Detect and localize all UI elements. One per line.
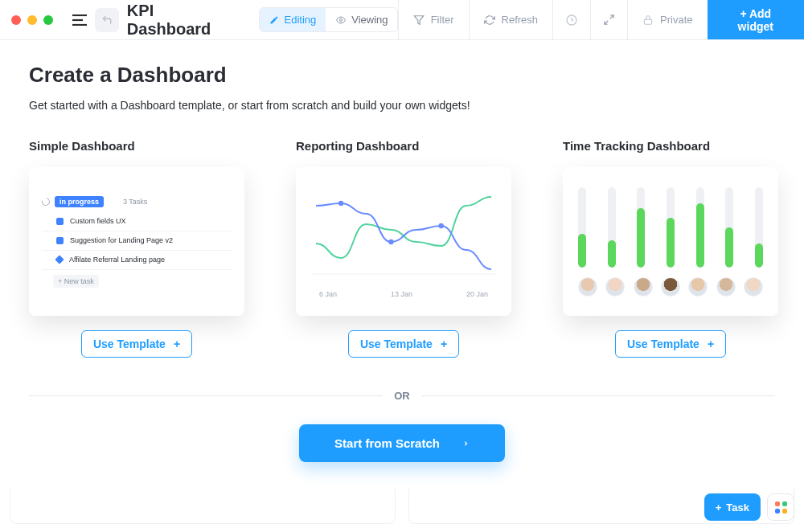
x-tick: 20 Jan bbox=[466, 290, 488, 298]
svg-point-3 bbox=[340, 18, 343, 21]
svg-point-11 bbox=[388, 239, 393, 243]
avatar bbox=[634, 277, 653, 297]
x-tick: 13 Jan bbox=[391, 290, 412, 298]
private-button[interactable]: Private bbox=[627, 0, 707, 39]
time-bar bbox=[667, 187, 675, 268]
editing-mode-button[interactable]: Editing bbox=[260, 8, 326, 31]
template-reporting-title: Reporting Dashboard bbox=[296, 139, 511, 153]
time-bar bbox=[608, 187, 616, 268]
task-label: Suggestion for Landing Page v2 bbox=[70, 236, 173, 244]
time-bar bbox=[637, 187, 645, 268]
refresh-label: Refresh bbox=[502, 14, 539, 26]
template-timetracking-title: Time Tracking Dashboard bbox=[563, 139, 778, 153]
use-template-reporting-button[interactable]: Use Template+ bbox=[348, 330, 459, 358]
task-row: Custom fields UX bbox=[42, 212, 232, 231]
back-button[interactable] bbox=[95, 8, 119, 32]
apps-grid-button[interactable] bbox=[767, 493, 794, 521]
maximize-window-icon[interactable] bbox=[43, 15, 53, 25]
simple-preview: in progress 3 Tasks Custom fields UXSugg… bbox=[42, 196, 232, 288]
task-status-icon bbox=[55, 255, 64, 264]
minimize-window-icon[interactable] bbox=[27, 15, 37, 25]
use-template-timetracking-button[interactable]: Use Template+ bbox=[615, 330, 726, 358]
toolbar: Filter Refresh Private + Add widget bbox=[398, 0, 804, 39]
template-simple-title: Simple Dashboard bbox=[29, 139, 244, 153]
floating-actions: + Task bbox=[704, 493, 794, 521]
plus-icon: + bbox=[174, 338, 180, 350]
viewing-label: Viewing bbox=[351, 14, 388, 26]
plus-icon: + bbox=[708, 338, 714, 350]
editing-label: Editing bbox=[284, 14, 316, 26]
svg-point-10 bbox=[338, 200, 343, 205]
task-count: 3 Tasks bbox=[123, 198, 147, 206]
divider: OR bbox=[29, 390, 775, 402]
task-label: Custom fields UX bbox=[70, 217, 126, 225]
new-task-fab[interactable]: + Task bbox=[704, 493, 761, 521]
template-reporting-card[interactable]: 6 Jan 13 Jan 20 Jan bbox=[296, 167, 511, 316]
history-button[interactable] bbox=[552, 0, 590, 39]
avatar bbox=[578, 277, 597, 297]
viewing-mode-button[interactable]: Viewing bbox=[326, 8, 397, 31]
background-panel-left bbox=[10, 489, 396, 524]
template-timetracking-card[interactable] bbox=[563, 167, 778, 316]
page-title: KPI Dashboard bbox=[127, 2, 255, 39]
mode-toggle: Editing Viewing bbox=[259, 7, 397, 32]
task-row: Suggestion for Landing Page v2 bbox=[42, 231, 232, 251]
task-row: Affilate Referral Landing page bbox=[42, 251, 232, 270]
main-content: Create a Dashboard Get started with a Da… bbox=[0, 40, 804, 462]
avatar bbox=[605, 277, 625, 297]
task-status-icon bbox=[56, 218, 64, 225]
or-label: OR bbox=[394, 390, 410, 402]
plus-icon: + bbox=[716, 501, 722, 514]
menu-icon[interactable] bbox=[64, 14, 95, 26]
svg-line-7 bbox=[605, 21, 608, 24]
task-status-icon bbox=[56, 237, 64, 244]
task-label: Affilate Referral Landing page bbox=[69, 256, 165, 264]
progress-ring-icon bbox=[40, 196, 51, 207]
time-bar bbox=[578, 187, 586, 268]
svg-marker-4 bbox=[414, 15, 424, 24]
heading: Create a Dashboard bbox=[29, 63, 775, 88]
avatar bbox=[661, 277, 680, 297]
filter-button[interactable]: Filter bbox=[398, 0, 469, 39]
template-simple: Simple Dashboard in progress 3 Tasks Cus… bbox=[29, 139, 244, 358]
svg-point-12 bbox=[439, 223, 444, 227]
template-reporting: Reporting Dashboard 6 Jan 13 Jan 20 Jan … bbox=[296, 139, 511, 358]
x-tick: 6 Jan bbox=[319, 290, 337, 298]
reporting-chart: 6 Jan 13 Jan 20 Jan bbox=[311, 186, 496, 298]
avatar bbox=[744, 277, 763, 297]
fullscreen-button[interactable] bbox=[590, 0, 627, 39]
time-bar bbox=[696, 187, 704, 268]
template-timetracking: Time Tracking Dashboard Use Template+ bbox=[563, 139, 778, 358]
use-template-simple-button[interactable]: Use Template+ bbox=[81, 330, 192, 358]
window-controls bbox=[0, 15, 64, 25]
avatar bbox=[688, 277, 708, 297]
time-bar bbox=[725, 187, 733, 268]
add-widget-button[interactable]: + Add widget bbox=[708, 0, 804, 39]
start-from-scratch-button[interactable]: Start from Scratch bbox=[299, 424, 505, 462]
private-label: Private bbox=[660, 14, 692, 26]
avatar bbox=[716, 277, 736, 297]
svg-line-6 bbox=[610, 15, 613, 18]
subtitle: Get started with a Dashboard template, o… bbox=[29, 99, 775, 112]
plus-icon: + bbox=[441, 338, 447, 350]
time-bar bbox=[755, 187, 763, 268]
refresh-button[interactable]: Refresh bbox=[469, 0, 553, 39]
filter-label: Filter bbox=[431, 14, 454, 26]
close-window-icon[interactable] bbox=[11, 15, 21, 25]
status-badge: in progress bbox=[55, 196, 104, 207]
topbar: KPI Dashboard Editing Viewing Filter Ref… bbox=[0, 0, 804, 40]
new-task-button: + New task bbox=[53, 275, 99, 288]
templates-row: Simple Dashboard in progress 3 Tasks Cus… bbox=[29, 139, 775, 358]
timetracking-preview bbox=[578, 187, 763, 297]
svg-rect-8 bbox=[644, 19, 651, 24]
template-simple-card[interactable]: in progress 3 Tasks Custom fields UXSugg… bbox=[29, 167, 244, 316]
